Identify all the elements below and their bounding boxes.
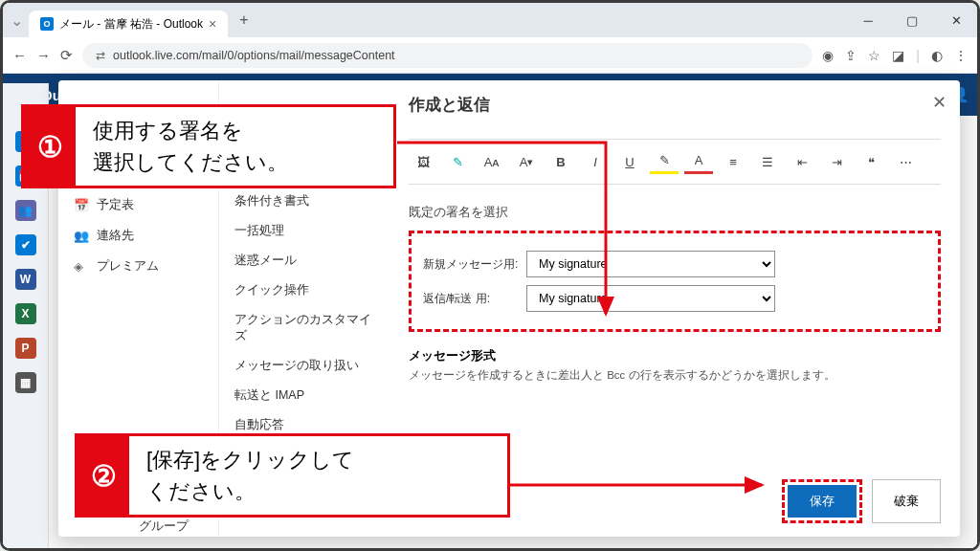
callout-1-number: ① <box>24 107 76 186</box>
tab-title: メール - 當摩 祐浩 - Outlook <box>59 16 203 33</box>
profile-icon[interactable]: ◐ <box>931 48 943 63</box>
arrow-1 <box>395 137 625 338</box>
nav-icon: 📅 <box>74 198 89 212</box>
address-bar: ← → ⟳ ⇄ outlook.live.com/mail/0/options/… <box>3 37 977 74</box>
callout-1: ① 使用する署名を 選択してください。 <box>21 104 396 188</box>
fontcolor-icon[interactable]: A <box>684 149 713 174</box>
tab-dropdown[interactable]: ⌄ <box>11 11 23 30</box>
eye-icon[interactable]: ◉ <box>822 48 834 63</box>
rail-excel-icon[interactable]: X <box>15 303 36 324</box>
callout-2-number: ② <box>78 436 129 515</box>
outdent-icon[interactable]: ⇤ <box>788 149 816 174</box>
nav-label: 連絡先 <box>97 227 134 244</box>
settings-sub-item[interactable]: 一括処理 <box>229 216 380 246</box>
settings-sub-item[interactable]: メッセージの取り扱い <box>229 351 380 381</box>
bookmark-icon[interactable]: ☆ <box>868 48 880 63</box>
numbers-icon[interactable]: ☰ <box>753 149 782 174</box>
dialog-close-button[interactable]: ✕ <box>932 92 947 113</box>
maximize-button[interactable]: ▢ <box>899 13 925 28</box>
sidebar-item-groups[interactable]: グループ <box>139 518 189 535</box>
back-button[interactable]: ← <box>12 47 27 63</box>
callout-2: ② [保存]をクリックして ください。 <box>75 433 510 518</box>
settings-nav-item[interactable]: 👥連絡先 <box>66 220 211 251</box>
ext1-icon[interactable]: ◪ <box>892 48 904 63</box>
rail-ppt-icon[interactable]: P <box>15 338 36 359</box>
highlight-icon[interactable]: ✎ <box>650 149 679 174</box>
callout-1-text: 使用する署名を 選択してください。 <box>76 107 305 186</box>
nav-label: プレミアム <box>97 257 159 275</box>
extensions: ◉ ⇪ ☆ ◪ | ◐ ⋮ <box>822 48 968 63</box>
close-icon[interactable]: × <box>209 16 216 32</box>
settings-nav-item[interactable]: ◈プレミアム <box>66 251 211 281</box>
discard-button[interactable]: 破棄 <box>872 479 941 523</box>
url-text: outlook.live.com/mail/0/options/mail/mes… <box>113 49 395 62</box>
settings-sub-item[interactable]: 転送と IMAP <box>229 381 380 410</box>
settings-nav-item[interactable]: 📅予定表 <box>66 189 211 220</box>
settings-sub-item[interactable]: アクションのカスタマイズ <box>229 305 380 351</box>
message-format-desc: メッセージを作成するときに差出人と Bcc の行を表示するかどうかを選択します。 <box>409 368 941 383</box>
nav-icon: 👥 <box>74 229 89 243</box>
settings-sub-item[interactable]: 条件付き書式 <box>229 187 380 216</box>
save-highlight: 保存 <box>782 479 862 523</box>
message-format-title: メッセージ形式 <box>409 347 941 364</box>
forward-button[interactable]: → <box>36 47 51 63</box>
site-info-icon[interactable]: ⇄ <box>96 49 105 62</box>
outlook-favicon: O <box>40 17 54 31</box>
settings-sub-item[interactable]: クイック操作 <box>229 276 380 305</box>
rail-todo-icon[interactable]: ✔ <box>15 234 36 255</box>
rail-word-icon[interactable]: W <box>15 269 36 290</box>
url-input[interactable]: ⇄ outlook.live.com/mail/0/options/mail/m… <box>82 43 813 68</box>
close-window-button[interactable]: ✕ <box>943 13 969 28</box>
indent-icon[interactable]: ⇥ <box>822 149 851 174</box>
save-button[interactable]: 保存 <box>788 485 857 518</box>
nav-label: 予定表 <box>97 196 134 213</box>
menu-icon[interactable]: ⋮ <box>954 48 968 63</box>
callout-2-text: [保存]をクリックして ください。 <box>129 436 371 515</box>
browser-tab[interactable]: O メール - 當摩 祐浩 - Outlook × <box>29 11 228 38</box>
quote-icon[interactable]: ❝ <box>857 149 885 174</box>
rail-people-icon[interactable]: 👥 <box>15 200 36 221</box>
arrow-2 <box>508 475 776 495</box>
nav-icon: ◈ <box>74 259 89 274</box>
settings-sub-item[interactable]: 迷惑メール <box>229 246 380 276</box>
new-tab-button[interactable]: + <box>234 11 254 29</box>
minimize-button[interactable]: ─ <box>855 13 881 28</box>
browser-titlebar: ⌄ O メール - 當摩 祐浩 - Outlook × + ─ ▢ ✕ <box>3 3 977 37</box>
share-icon[interactable]: ⇪ <box>845 48 857 63</box>
reload-button[interactable]: ⟳ <box>60 47 73 64</box>
rail-more-icon[interactable]: ▦ <box>15 372 36 393</box>
bullets-icon[interactable]: ≡ <box>719 149 747 174</box>
page-title: 作成と返信 <box>409 94 941 116</box>
more-icon[interactable]: ⋯ <box>891 149 920 174</box>
